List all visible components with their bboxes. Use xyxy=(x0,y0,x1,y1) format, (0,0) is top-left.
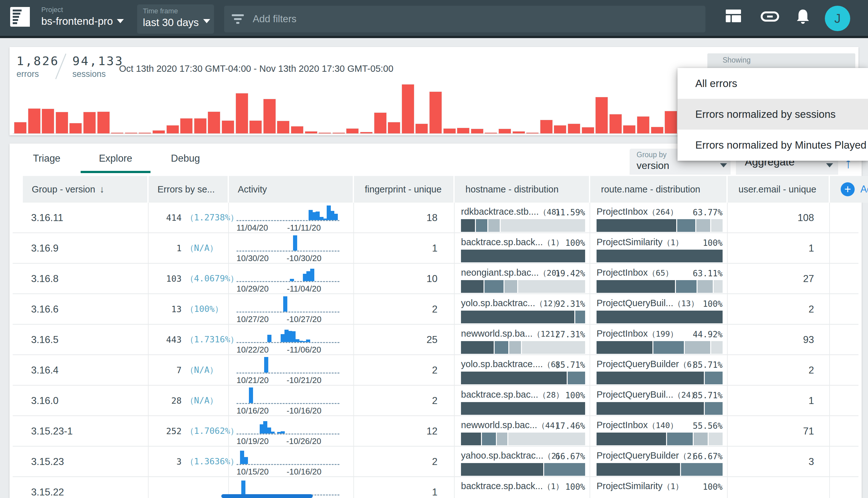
histogram-bar xyxy=(498,129,511,133)
hostname-distribution: backtrace.sp.bac...（28）100% xyxy=(461,389,585,416)
add-column-button[interactable]: +Ad xyxy=(830,176,868,202)
histogram-bar xyxy=(595,97,608,134)
histogram-bar xyxy=(97,112,110,133)
menu-option[interactable]: All errors xyxy=(678,68,868,99)
project-caret-icon[interactable] xyxy=(117,19,124,23)
activity-sparkline xyxy=(237,477,339,496)
column-header-fingerprint[interactable]: fingerprint - unique xyxy=(354,176,453,202)
group-by-caret-icon[interactable] xyxy=(720,163,727,167)
table-row[interactable]: 3.15.221backtrace.sp.back...（1）100%Proje… xyxy=(13,477,858,498)
aggregate-caret-icon[interactable] xyxy=(826,163,833,167)
route-name: ProjectSimilarity xyxy=(597,481,663,491)
table-row[interactable]: 3.16.613（100%）10/27/20 12:56-10/27/20 16… xyxy=(13,294,858,325)
cell-add-column xyxy=(829,355,858,385)
hostname-distribution: newworld.sp.bac...（44）17.46% xyxy=(461,420,585,447)
dashboard-layout-icon[interactable] xyxy=(726,10,741,22)
horizontal-scrollbar-thumb[interactable] xyxy=(221,494,313,498)
distribution-bar xyxy=(461,311,585,323)
column-header-errors[interactable]: Errors by se... xyxy=(149,176,228,202)
notifications-bell-icon[interactable] xyxy=(796,9,810,25)
hostname-count: （1） xyxy=(543,238,563,247)
histogram-bar xyxy=(651,127,664,133)
cell-version: 3.15.23 xyxy=(22,447,148,477)
tab-debug[interactable]: Debug xyxy=(150,144,221,173)
distribution-segment xyxy=(711,219,723,232)
table-row[interactable]: 3.16.5443（1.7316%）10/22/20 13:41-11/06/2… xyxy=(13,325,858,355)
hostname-name: backtrace.sp.bac... xyxy=(461,389,538,399)
route-name: ProjectQueryBuilder xyxy=(597,450,679,460)
distribution-bar xyxy=(461,341,585,354)
table-row[interactable]: 3.15.233（1.3636%）10/15/20 12:52-10/16/20… xyxy=(13,447,858,477)
user-email-count: 2 xyxy=(809,304,814,315)
fingerprint-count: 2 xyxy=(432,395,438,407)
table-row[interactable]: 3.16.47（N/A）10/21/20 16:10-10/21/20 19:2… xyxy=(13,355,858,385)
cell-add-column xyxy=(829,233,858,264)
activity-sparkline xyxy=(237,447,339,465)
project-select[interactable]: Project bs-frontend-pro xyxy=(41,6,130,31)
fingerprint-count: 10 xyxy=(427,273,438,285)
histogram-bar xyxy=(512,131,525,133)
histogram-bar xyxy=(471,129,483,133)
user-avatar[interactable]: J xyxy=(825,6,850,31)
menu-option[interactable]: Errors normalized by Minutes Played xyxy=(678,130,868,160)
showing-select[interactable]: Showing xyxy=(707,53,855,70)
distribution-segment xyxy=(697,280,713,293)
timeframe-caret-icon[interactable] xyxy=(203,19,210,23)
distribution-bar xyxy=(461,250,585,262)
errors-count-value: 103 xyxy=(149,264,182,293)
menu-option[interactable]: Errors normalized by sessions xyxy=(678,99,868,130)
hostname-percent: 100% xyxy=(565,482,585,492)
route-count: （13） xyxy=(673,299,699,308)
table-row[interactable]: 3.15.23-1252（1.7062%）10/19/20 11:01-10/2… xyxy=(13,416,858,447)
version-label: 3.15.22 xyxy=(31,487,64,498)
distribution-segment xyxy=(681,463,723,476)
cell-fingerprint: 10 xyxy=(353,264,454,294)
table-row[interactable]: 3.16.028（N/A）10/16/20 16:38-10/16/20 16:… xyxy=(13,385,858,416)
tab-explore[interactable]: Explore xyxy=(81,144,150,173)
route-count: （65） xyxy=(647,268,673,278)
table-row[interactable]: 3.16.91（N/A）10/30/20 17:28-10/30/20 17:2… xyxy=(13,233,858,264)
add-filters-input[interactable]: Add filters xyxy=(224,6,706,32)
column-header-version[interactable]: Group - version↓ xyxy=(23,176,147,202)
column-header-label: route.name - distribution xyxy=(601,184,700,195)
sparkline-bar xyxy=(264,357,268,372)
hostname-percent: 100% xyxy=(565,391,585,400)
timeframe-select[interactable]: Time frame last 30 days xyxy=(137,4,214,34)
distribution-segment xyxy=(505,280,517,293)
histogram-bar xyxy=(56,112,68,133)
histogram-bar xyxy=(582,127,594,133)
cell-activity: 10/29/20 17:38-11/04/20 12:07 xyxy=(228,264,353,294)
histogram-bar xyxy=(388,122,400,133)
hostname-distribution: rdkbacktrace.stb....（48）11.59% xyxy=(461,207,585,233)
distribution-bar xyxy=(597,402,723,415)
version-label: 3.16.11 xyxy=(31,212,63,224)
cell-version: 3.16.5 xyxy=(22,325,148,355)
hostname-name: rdkbacktrace.stb.... xyxy=(461,207,539,217)
hostname-percent: 85.71% xyxy=(555,360,585,370)
cell-route: ProjectInbox（264）63.77% xyxy=(590,202,727,233)
column-header-label: Group - version xyxy=(32,184,95,195)
cell-user_email: 1 xyxy=(727,385,829,416)
cell-errors: 103（4.0679%） xyxy=(148,264,228,294)
table-row[interactable]: 3.16.11414（1.2738%）11/04/20 09:28-11/11/… xyxy=(13,202,858,233)
cell-user_email: 27 xyxy=(727,264,829,294)
hostname-name: backtrace.sp.back... xyxy=(461,481,543,491)
distribution-bar xyxy=(597,463,723,476)
distribution-segment xyxy=(495,341,509,354)
column-header-user_email[interactable]: user.email - unique xyxy=(728,176,829,202)
distribution-segment xyxy=(461,250,585,262)
column-header-activity[interactable]: Activity xyxy=(229,176,353,202)
link-icon[interactable] xyxy=(761,11,779,22)
table-row[interactable]: 3.16.8103（4.0679%）10/29/20 17:38-11/04/2… xyxy=(13,264,858,294)
hostname-distribution: yahoo.sp.backtrac...（2）66.67% xyxy=(461,450,585,477)
route-name: ProjectQueryBuil... xyxy=(597,389,673,399)
cell-hostname: rdkbacktrace.stb....（48）11.59% xyxy=(454,202,590,233)
user-email-count: 2 xyxy=(809,365,814,376)
distribution-segment xyxy=(709,433,723,445)
backtrace-logo-icon[interactable] xyxy=(10,7,30,27)
tab-triage[interactable]: Triage xyxy=(13,144,81,173)
column-header-route[interactable]: route.name - distribution xyxy=(590,176,726,202)
column-header-hostname[interactable]: hostname - distribution xyxy=(455,176,589,202)
menu-option-label: Errors normalized by sessions xyxy=(695,108,836,120)
sort-arrow-icon[interactable]: ↓ xyxy=(100,184,105,195)
